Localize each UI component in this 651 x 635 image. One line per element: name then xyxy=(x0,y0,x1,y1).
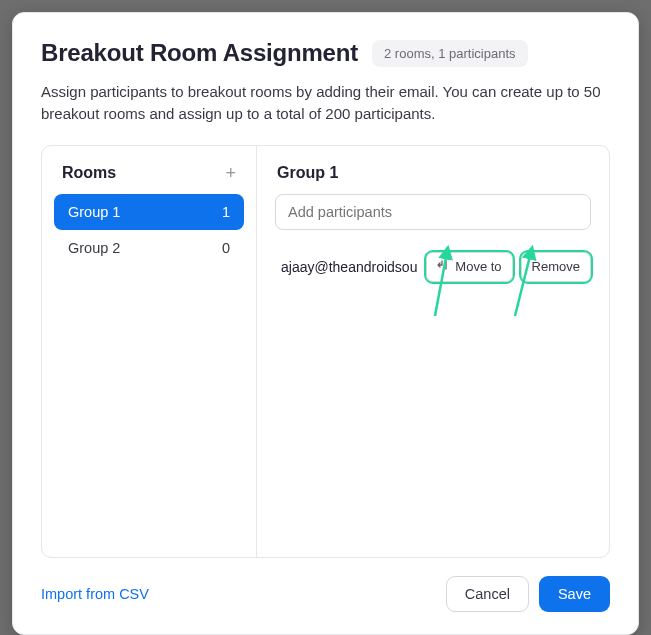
rooms-panel: Rooms + Group 1 1 Group 2 0 xyxy=(42,146,257,558)
modal-footer: Import from CSV Cancel Save xyxy=(41,576,610,612)
room-item-count: 0 xyxy=(222,240,230,256)
participant-row: ajaay@theandroidsou Move to Remove xyxy=(275,252,591,282)
detail-heading: Group 1 xyxy=(277,164,591,182)
room-item-count: 1 xyxy=(222,204,230,220)
panels: Rooms + Group 1 1 Group 2 0 Group 1 ajaa… xyxy=(41,145,610,559)
room-item-group-1[interactable]: Group 1 1 xyxy=(54,194,244,230)
remove-button[interactable]: Remove xyxy=(521,252,591,282)
room-count-badge: 2 rooms, 1 participants xyxy=(372,40,528,67)
move-to-label: Move to xyxy=(455,259,501,274)
room-item-group-2[interactable]: Group 2 0 xyxy=(54,230,244,266)
detail-panel: Group 1 ajaay@theandroidsou Move to Remo… xyxy=(257,146,609,558)
add-participants-input[interactable] xyxy=(275,194,591,230)
move-to-icon xyxy=(437,259,449,274)
breakout-assignment-modal: Breakout Room Assignment 2 rooms, 1 part… xyxy=(12,12,639,635)
room-item-label: Group 2 xyxy=(68,240,120,256)
add-room-icon[interactable]: + xyxy=(225,164,236,182)
remove-label: Remove xyxy=(532,259,580,274)
description-text: Assign participants to breakout rooms by… xyxy=(41,81,601,125)
cancel-button[interactable]: Cancel xyxy=(446,576,529,612)
rooms-heading: Rooms xyxy=(62,164,116,182)
page-title: Breakout Room Assignment xyxy=(41,39,358,67)
move-to-button[interactable]: Move to xyxy=(426,252,512,282)
import-csv-link[interactable]: Import from CSV xyxy=(41,586,149,602)
room-item-label: Group 1 xyxy=(68,204,120,220)
modal-header: Breakout Room Assignment 2 rooms, 1 part… xyxy=(41,39,610,67)
save-button[interactable]: Save xyxy=(539,576,610,612)
participant-email: ajaay@theandroidsou xyxy=(281,259,418,275)
